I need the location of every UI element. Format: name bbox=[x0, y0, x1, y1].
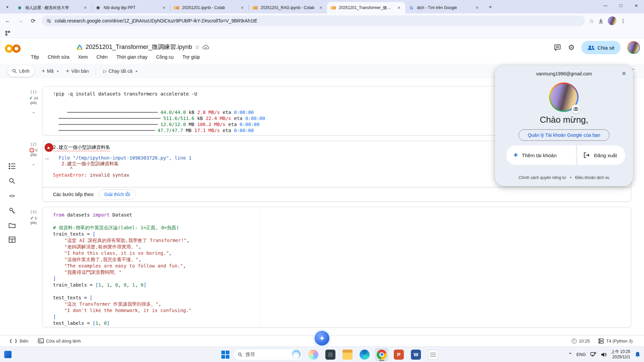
code-cell-3[interactable]: from datasets import Dataset # 假資料:簡單的中英… bbox=[42, 207, 631, 327]
tab-colab-2[interactable]: 20251201_RAG.ipynb - Colab ✕ bbox=[249, 2, 327, 13]
collapse-chevron-icon[interactable]: ⌄ bbox=[25, 161, 42, 166]
collapse-chevron-icon[interactable]: ⌄ bbox=[25, 109, 42, 114]
tab-colab-1[interactable]: 20251201.ipynb - Colab ✕ bbox=[170, 2, 249, 13]
tab-school[interactable]: ❉ 個人設置 - 醒吾科技大學 ✕ bbox=[13, 2, 92, 13]
download-icon[interactable] bbox=[598, 18, 604, 24]
notebook-title[interactable]: 20251201_Transformer_微調練習.ipynb bbox=[86, 43, 192, 51]
tab-google-search[interactable]: G dịch - Tìm trên Google ✕ bbox=[405, 2, 483, 13]
menu-runtime[interactable]: Thời gian chạy bbox=[116, 54, 147, 60]
execution-time[interactable]: ! 10:25 bbox=[572, 339, 590, 344]
menu-tools[interactable]: Công cụ bbox=[156, 54, 173, 60]
menu-view[interactable]: Xem bbox=[78, 54, 88, 60]
url-bar[interactable]: colab.research.google.com/drive/1Z_jDhAI… bbox=[42, 15, 585, 26]
language-indicator[interactable]: ENG bbox=[576, 352, 586, 357]
run-icon: ▷ bbox=[103, 69, 107, 74]
sign-out-button[interactable]: Đăng xuất bbox=[577, 145, 625, 165]
terms-link[interactable]: Điều khoản dịch vụ bbox=[575, 175, 609, 180]
add-text-button[interactable]: + Văn bản bbox=[66, 68, 89, 74]
maximize-button[interactable]: ☐ bbox=[613, 0, 629, 11]
share-label: Chia sẻ bbox=[597, 45, 614, 51]
menu-insert[interactable]: Chèn bbox=[97, 54, 108, 60]
command-palette-button[interactable]: Lệnh bbox=[7, 65, 34, 77]
comments-icon[interactable] bbox=[554, 44, 561, 51]
output-options-icon[interactable]: ••• bbox=[45, 157, 49, 160]
close-popup-icon[interactable]: ✕ bbox=[622, 70, 626, 77]
runtime-status[interactable]: T4 (Python 3) bbox=[598, 339, 633, 344]
variables-button[interactable]: { } Biến bbox=[9, 339, 29, 344]
manage-account-button[interactable]: Quản lý Tài khoản Google của bạn bbox=[519, 129, 609, 141]
dark-app[interactable] bbox=[324, 348, 337, 361]
browser-profile-avatar[interactable] bbox=[608, 16, 616, 25]
menu-edit[interactable]: Chỉnh sửa bbox=[48, 54, 69, 60]
tab-close-icon[interactable]: ✕ bbox=[161, 5, 167, 11]
bookmark-star-icon[interactable]: ☆ bbox=[589, 17, 594, 24]
minimize-button[interactable]: — bbox=[598, 0, 613, 11]
toolbar-divider bbox=[96, 67, 96, 75]
secrets-key-icon[interactable] bbox=[8, 206, 16, 215]
cell2-code[interactable]: 2.建立一個小型訓練資料集 bbox=[53, 144, 110, 150]
add-account-button[interactable]: + Thêm tài khoản bbox=[506, 145, 576, 165]
cloud-saved-icon[interactable] bbox=[203, 45, 209, 50]
taskbar-clock[interactable]: 上午 10:25 2025/12/1 bbox=[611, 349, 630, 360]
network-icon[interactable] bbox=[590, 352, 596, 357]
tab-close-icon[interactable]: ✕ bbox=[318, 5, 324, 11]
site-settings-icon[interactable] bbox=[46, 18, 51, 23]
code-snippets-icon[interactable]: <> bbox=[8, 192, 16, 200]
tab-colab-active[interactable]: 20251201_Transformer_微調練習.ipynb - Colab … bbox=[327, 2, 405, 13]
scroll-up-icon[interactable]: ⌃ bbox=[631, 68, 635, 73]
find-replace-icon[interactable] bbox=[8, 177, 16, 185]
file-explorer-app[interactable] bbox=[341, 348, 354, 361]
edge-app[interactable] bbox=[358, 348, 371, 361]
account-avatar[interactable] bbox=[627, 41, 640, 54]
dark-app-icon bbox=[325, 350, 335, 360]
back-icon[interactable]: ← bbox=[3, 16, 13, 26]
start-button[interactable] bbox=[221, 351, 229, 359]
gemini-spark-button[interactable] bbox=[315, 331, 329, 346]
tab-search-chevron-icon[interactable]: ▾ bbox=[3, 2, 12, 12]
forward-icon[interactable]: → bbox=[15, 16, 25, 26]
copilot-app[interactable] bbox=[307, 348, 320, 361]
apps-grid-icon[interactable] bbox=[5, 31, 10, 36]
powerpoint-app[interactable]: P bbox=[392, 348, 406, 361]
star-notebook-icon[interactable]: ☆ bbox=[195, 44, 200, 51]
menu-file[interactable]: Tệp bbox=[31, 54, 39, 60]
notepad-app[interactable] bbox=[426, 348, 440, 361]
add-code-button[interactable]: + Mã ▾ bbox=[42, 68, 58, 74]
chevron-down-icon[interactable]: ▾ bbox=[136, 69, 138, 73]
tab-close-icon[interactable]: ✕ bbox=[396, 5, 402, 11]
pinned-blue-app-icon[interactable] bbox=[4, 351, 12, 358]
colab-logo-icon[interactable] bbox=[4, 43, 21, 54]
volume-icon[interactable] bbox=[601, 352, 607, 357]
tab-close-icon[interactable]: ✕ bbox=[83, 5, 88, 11]
taskbar-search[interactable]: 搜尋 bbox=[233, 349, 303, 360]
files-folder-icon[interactable] bbox=[8, 221, 16, 229]
close-button[interactable]: ✕ bbox=[629, 0, 644, 11]
privacy-link[interactable]: Chính sách quyền riêng tư bbox=[519, 175, 566, 180]
chevron-down-icon[interactable]: ▾ bbox=[57, 69, 59, 73]
cell3-code[interactable]: from datasets import Dataset # 假資料:簡單的中英… bbox=[53, 212, 192, 326]
tray-expand-icon[interactable]: ⌃ bbox=[569, 352, 572, 357]
menu-help[interactable]: Trợ giúp bbox=[182, 54, 200, 60]
run-all-button[interactable]: ▷ Chạy tất cả ▾ bbox=[103, 68, 138, 74]
weather-icon[interactable] bbox=[292, 350, 301, 359]
cell1-code[interactable]: !pip -q install datasets transformers ac… bbox=[53, 91, 197, 97]
word-icon: W bbox=[411, 350, 421, 360]
tab-close-icon[interactable]: ✕ bbox=[239, 5, 245, 11]
notification-bell-icon[interactable] bbox=[635, 351, 641, 358]
table-of-contents-icon[interactable] bbox=[8, 162, 16, 170]
new-tab-button[interactable]: + bbox=[486, 3, 495, 11]
tab-close-icon[interactable]: ✕ bbox=[474, 5, 480, 11]
run-cell-button[interactable]: ▶ bbox=[45, 143, 53, 152]
reload-icon[interactable]: ⟳ bbox=[28, 16, 38, 26]
share-button[interactable]: Chia sẻ bbox=[581, 41, 621, 54]
browser-menu-icon[interactable]: ⋮ bbox=[621, 18, 626, 24]
terminal-button[interactable]: Cửa sổ dòng lệnh bbox=[38, 339, 81, 344]
explain-error-button[interactable]: Giải thích lỗi bbox=[99, 189, 136, 199]
change-photo-camera-icon[interactable] bbox=[572, 105, 580, 113]
data-table-icon[interactable] bbox=[8, 236, 16, 244]
word-app[interactable]: W bbox=[409, 348, 423, 361]
chrome-app-active[interactable] bbox=[375, 348, 388, 361]
powerpoint-icon: P bbox=[394, 350, 404, 360]
tab-ppt[interactable]: ❋ Nội dung tệp PPT ✕ bbox=[92, 2, 170, 13]
settings-gear-icon[interactable]: ⚙ bbox=[568, 43, 575, 52]
